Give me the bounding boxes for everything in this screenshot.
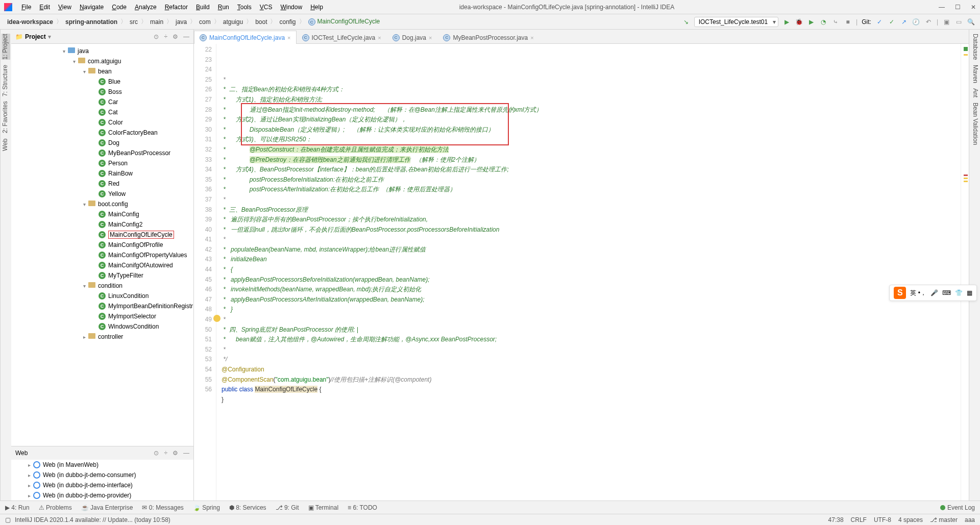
breadcrumb-item[interactable]: src <box>128 18 140 26</box>
coverage-icon[interactable]: ▶ <box>807 18 815 26</box>
breadcrumb-item[interactable]: boot <box>253 18 269 26</box>
breadcrumb-item[interactable]: config <box>277 18 298 26</box>
menu-vcs[interactable]: VCS <box>256 4 277 11</box>
web-item[interactable]: ▸Web (in dubbo-jt-demo-consumer) <box>11 470 193 480</box>
tree-node[interactable]: CPerson <box>11 158 193 168</box>
debug-icon[interactable]: 🐞 <box>795 18 803 26</box>
tree-node[interactable]: CMyBeanPostProcessor <box>11 148 193 158</box>
close-tab-icon[interactable]: × <box>287 35 290 41</box>
stripe-bean-validation[interactable]: Bean Validation <box>970 103 979 145</box>
menu-build[interactable]: Build <box>192 4 214 11</box>
status-cell[interactable]: 47:38 <box>828 516 844 523</box>
ime-grid-icon[interactable]: ▦ <box>967 289 972 296</box>
menu-code[interactable]: Code <box>108 4 131 11</box>
minimize-icon[interactable]: — <box>939 4 945 11</box>
toolwindow-button[interactable]: ≡ 6: TODO <box>348 504 377 511</box>
menu-edit[interactable]: Edit <box>35 4 54 11</box>
web-item[interactable]: ▸Web (in dubbo-jt-demo-interface) <box>11 480 193 490</box>
ime-mic-icon[interactable]: 🎤 <box>930 289 938 296</box>
collapse-icon[interactable]: ÷ <box>164 33 167 40</box>
run-config-combo[interactable]: IOCTest_LifeCycle.test01 <box>694 17 778 27</box>
menu-tools[interactable]: Tools <box>233 4 256 11</box>
stripe-web[interactable]: Web <box>2 138 10 151</box>
maximize-icon[interactable]: ☐ <box>955 4 961 11</box>
stripe-ant[interactable]: Ant <box>970 88 979 97</box>
menu-view[interactable]: View <box>54 4 76 11</box>
attach-icon[interactable]: ⤷ <box>831 18 840 26</box>
build-icon[interactable]: ↘ <box>682 18 690 26</box>
close-icon[interactable]: ✕ <box>971 4 976 11</box>
stripe-project[interactable]: 1: Project <box>2 34 10 60</box>
hide-icon[interactable]: — <box>183 449 189 457</box>
git-update-icon[interactable]: ✓ <box>875 18 884 26</box>
tree-node[interactable]: CCar <box>11 97 193 107</box>
hide-icon[interactable]: — <box>183 33 189 40</box>
locate-icon[interactable]: ⊙ <box>154 33 159 40</box>
editor-tab[interactable]: MyBeanPostProcessor.java× <box>437 31 539 44</box>
code-content[interactable]: * * 二、指定Bean的初始化和销毁有4种方式： * 方式1)、指定初始化和销… <box>216 44 961 501</box>
menu-refactor[interactable]: Refactor <box>161 4 192 11</box>
menu-analyze[interactable]: Analyze <box>131 4 161 11</box>
profile-icon[interactable]: ◔ <box>819 18 827 26</box>
tree-node[interactable]: CMyTypeFilter <box>11 270 193 281</box>
menu-file[interactable]: File <box>17 4 35 11</box>
close-tab-icon[interactable]: × <box>378 35 381 41</box>
ime-keyboard-icon[interactable]: ⌨ <box>942 289 951 296</box>
tree-node[interactable]: CWindowsCondition <box>11 321 193 332</box>
error-stripe[interactable] <box>961 44 969 501</box>
status-cell[interactable]: aaa <box>965 516 975 523</box>
toolwindow-button[interactable]: ✉ 0: Messages <box>142 504 183 511</box>
stripe-favorites[interactable]: 2: Favorites <box>2 102 10 134</box>
web-tree[interactable]: ▸Web (in MavenWeb)▸Web (in dubbo-jt-demo… <box>11 460 193 501</box>
stop-icon[interactable]: ■ <box>844 18 852 26</box>
tree-node[interactable]: CRed <box>11 179 193 189</box>
breadcrumb-item[interactable]: MainConfigOfLifeCycle <box>306 18 382 26</box>
editor-tab[interactable]: IOCTest_LifeCycle.java× <box>297 31 387 44</box>
git-commit-icon[interactable]: ✓ <box>888 18 896 26</box>
tree-node[interactable]: CMainConfigOfProfile <box>11 240 193 250</box>
breadcrumb-item[interactable]: atguigu <box>221 18 245 26</box>
search-everywhere-icon[interactable]: 🔍 <box>967 18 975 26</box>
ide-settings-icon[interactable]: ▣ <box>942 18 950 26</box>
tree-node[interactable]: CRainBow <box>11 168 193 179</box>
breadcrumb-item[interactable]: main <box>148 18 165 26</box>
tree-node[interactable]: CColor <box>11 117 193 128</box>
menu-help[interactable]: Help <box>306 4 327 11</box>
toolwindow-button[interactable]: ⎇ 9: Git <box>276 504 299 511</box>
tree-node[interactable]: CMainConfigOfPropertyValues <box>11 250 193 260</box>
editor-tab[interactable]: Dog.java× <box>387 31 438 44</box>
tree-node[interactable]: ▸controller <box>11 332 193 342</box>
toolwindow-button[interactable]: ▶ 4: Run <box>5 504 30 511</box>
breadcrumb-item[interactable]: idea-workspace <box>5 18 55 26</box>
stripe-structure[interactable]: 7: Structure <box>2 65 10 96</box>
ime-mode-label[interactable]: 英 •， <box>910 289 926 297</box>
menu-run[interactable]: Run <box>214 4 233 11</box>
settings-icon[interactable]: ⚙ <box>173 33 178 40</box>
git-rollback-icon[interactable]: ↶ <box>924 18 933 26</box>
collapse-icon[interactable]: ÷ <box>164 449 167 457</box>
tree-node[interactable]: CYellow <box>11 189 193 199</box>
tree-node[interactable]: CMyImportBeanDefinitionRegistr <box>11 301 193 311</box>
tree-node[interactable]: CBoss <box>11 87 193 97</box>
stripe-maven[interactable]: Maven <box>970 65 979 83</box>
tree-node[interactable]: CBlue <box>11 77 193 87</box>
tree-node[interactable]: ▾bean <box>11 66 193 77</box>
status-message[interactable]: IntelliJ IDEA 2020.1.4 available: // Upd… <box>15 516 170 523</box>
tree-node[interactable]: CMainConfigOfLifeCycle <box>11 230 193 240</box>
tree-node[interactable]: CMainConifgOfAutowired <box>11 260 193 270</box>
status-cell[interactable]: 4 spaces <box>898 516 923 523</box>
toolwindow-button[interactable]: ▣ Terminal <box>308 504 338 511</box>
stripe-database[interactable]: Database <box>970 34 979 60</box>
event-log-button[interactable]: Event Log <box>940 504 975 511</box>
status-cell[interactable]: UTF-8 <box>874 516 891 523</box>
toolwindow-button[interactable]: ⚠ Problems <box>39 504 72 511</box>
breadcrumb-item[interactable]: com <box>197 18 213 26</box>
web-item[interactable]: ▸Web (in MavenWeb) <box>11 460 193 470</box>
ide-search-icon[interactable]: ▭ <box>954 18 963 26</box>
git-push-icon[interactable]: ↗ <box>900 18 908 26</box>
tree-node[interactable]: CCat <box>11 107 193 117</box>
intention-bulb-icon[interactable] <box>213 315 220 322</box>
menu-navigate[interactable]: Navigate <box>76 4 108 11</box>
breadcrumb-item[interactable]: java <box>174 18 189 26</box>
tree-node[interactable]: CMainConfig <box>11 209 193 219</box>
